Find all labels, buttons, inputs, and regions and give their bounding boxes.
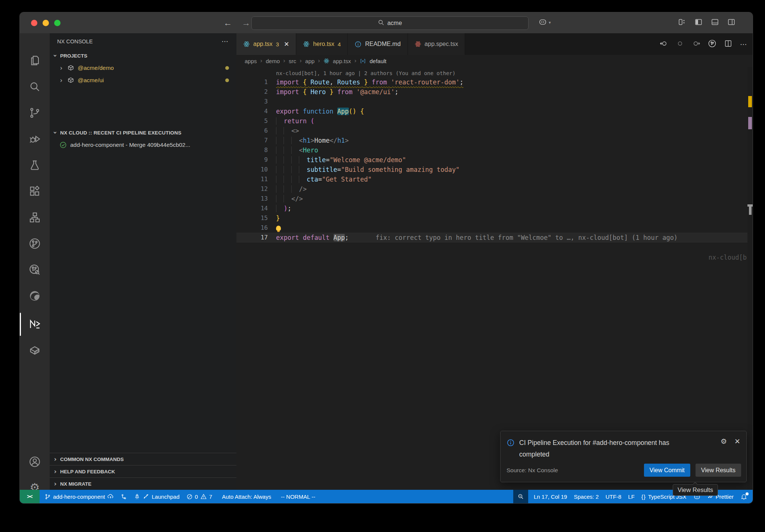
- cursor-position-status-item[interactable]: Ln 17, Col 19: [530, 490, 570, 503]
- code-line[interactable]: 13 </>: [236, 194, 753, 204]
- command-center-search[interactable]: acme: [251, 16, 529, 30]
- next-change-icon[interactable]: [692, 39, 700, 49]
- customize-layout-icon[interactable]: [678, 18, 686, 28]
- code-token: >: [310, 137, 314, 144]
- notification-close-icon[interactable]: ✕: [734, 437, 740, 460]
- split-editor-icon[interactable]: [724, 39, 733, 49]
- code-token: {: [360, 108, 364, 115]
- testing-icon[interactable]: [20, 155, 50, 175]
- run-debug-icon[interactable]: [20, 129, 50, 149]
- git-graph-icon: [121, 494, 127, 500]
- prev-change-icon[interactable]: [660, 39, 668, 49]
- explorer-icon[interactable]: [20, 50, 50, 71]
- code-line[interactable]: 16: [236, 223, 753, 233]
- remote-indicator[interactable]: ><: [20, 490, 40, 503]
- code-token: "Welcome @acme/demo": [329, 156, 406, 164]
- auto-attach-status-item[interactable]: Auto Attach: Always: [219, 490, 275, 503]
- zoom-window-button[interactable]: [54, 20, 61, 26]
- help-and-feedback-section[interactable]: › HELP AND FEEDBACK: [50, 465, 236, 477]
- toggle-primary-sidebar-icon[interactable]: [694, 18, 703, 28]
- chevron-right-icon: ›: [53, 468, 58, 475]
- code-line[interactable]: 8 <Hero: [236, 145, 753, 155]
- sidebar-more-actions-icon[interactable]: ⋯: [222, 37, 229, 46]
- project-item-acme-demo[interactable]: › @acme/demo: [50, 62, 236, 74]
- package-icon: [67, 77, 74, 84]
- eol-status-item[interactable]: LF: [625, 490, 638, 503]
- tab-readme-md[interactable]: README.md: [348, 33, 408, 55]
- common-nx-commands-section[interactable]: › COMMON NX COMMANDS: [50, 453, 236, 465]
- nx-cloud-section-header[interactable]: › NX CLOUD :: RECENT CI PIPELINE EXECUTI…: [50, 127, 236, 139]
- code-line[interactable]: 14 );: [236, 204, 753, 213]
- git-graph-status-item[interactable]: [117, 490, 130, 503]
- codelens-blame[interactable]: nx-cloud[bot], 1 hour ago | 2 authors (Y…: [236, 69, 753, 77]
- code-token: ;: [288, 205, 291, 212]
- overview-ruler[interactable]: [747, 67, 753, 490]
- account-icon[interactable]: [20, 452, 50, 472]
- code-token: >: [345, 137, 349, 144]
- back-button[interactable]: ←: [223, 18, 232, 28]
- code-token: Hero: [310, 88, 326, 96]
- close-window-button[interactable]: [31, 20, 37, 26]
- change-dot-icon[interactable]: [676, 39, 684, 49]
- code-line[interactable]: 10 subtitle="Build something amazing tod…: [236, 165, 753, 174]
- code-line[interactable]: 17export default App;fix: correct typo i…: [236, 233, 753, 242]
- code-line[interactable]: 11 cta="Get Started": [236, 174, 753, 184]
- nx-migrate-section[interactable]: › NX MIGRATE: [50, 477, 236, 490]
- breadcrumb-item[interactable]: demo: [266, 58, 280, 64]
- lightbulb-icon[interactable]: [276, 226, 281, 231]
- extensions-icon[interactable]: [20, 181, 50, 201]
- projects-section-header[interactable]: › PROJECTS: [50, 50, 236, 62]
- tab-app-tsx[interactable]: app.tsx 3 ✕: [236, 33, 296, 55]
- check-circle-icon: [59, 141, 67, 149]
- view-commit-button[interactable]: View Commit: [644, 464, 690, 477]
- search-view-icon[interactable]: [20, 77, 50, 97]
- notifications-bell-item[interactable]: [737, 490, 753, 503]
- breadcrumb-item[interactable]: src: [289, 58, 296, 64]
- tab-hero-tsx[interactable]: hero.tsx 4: [296, 33, 348, 55]
- hierarchy-view-icon[interactable]: [20, 207, 50, 228]
- code-line[interactable]: 15}: [236, 213, 753, 223]
- code-area[interactable]: nx-cloud[bot], 1 hour ago | 2 authors (Y…: [236, 67, 753, 490]
- branch-status-item[interactable]: add-hero-component: [41, 490, 117, 503]
- breadcrumb-item[interactable]: app.tsx: [333, 58, 351, 64]
- vim-mode-status-item[interactable]: -- NORMAL --: [278, 490, 319, 503]
- code-line[interactable]: 6 <>: [236, 126, 753, 136]
- toggle-panel-icon[interactable]: [711, 18, 719, 28]
- code-line[interactable]: 5 return (: [236, 116, 753, 126]
- tab-app-spec-tsx[interactable]: app.spec.tsx: [408, 33, 465, 55]
- code-line[interactable]: 2import { Hero } from '@acme/ui';: [236, 87, 753, 97]
- source-control-graph-icon[interactable]: [708, 39, 716, 49]
- notification-settings-icon[interactable]: ⚙: [721, 437, 727, 460]
- line-number: 13: [236, 194, 276, 204]
- breadcrumb-item[interactable]: default: [369, 58, 386, 64]
- code-line[interactable]: 7 <h1>Home</h1>: [236, 136, 753, 145]
- toggle-secondary-sidebar-icon[interactable]: [727, 18, 735, 28]
- project-item-acme-ui[interactable]: › @acme/ui: [50, 74, 236, 86]
- code-line[interactable]: 12 />: [236, 184, 753, 194]
- breadcrumb-item[interactable]: app: [305, 58, 315, 64]
- code-line[interactable]: 1import { Route, Routes } from 'react-ro…: [236, 77, 753, 87]
- indentation-status-item[interactable]: Spaces: 2: [570, 490, 602, 503]
- pipeline-execution-item[interactable]: add-hero-component - Merge 409b44e5cb02.…: [50, 139, 236, 151]
- commit-graph-icon[interactable]: [20, 233, 50, 254]
- zoom-status-item[interactable]: [513, 490, 528, 503]
- source-control-icon[interactable]: [20, 103, 50, 123]
- code-line[interactable]: 4export function App() {: [236, 106, 753, 116]
- more-actions-icon[interactable]: ⋯: [740, 40, 747, 49]
- breadcrumb-item[interactable]: apps: [245, 58, 257, 64]
- encoding-status-item[interactable]: UTF-8: [602, 490, 625, 503]
- inspect-graph-icon[interactable]: [20, 260, 50, 280]
- launchpad-status-item[interactable]: Launchpad: [130, 490, 183, 503]
- code-line[interactable]: 3: [236, 97, 753, 106]
- container-tools-icon[interactable]: [20, 340, 50, 361]
- minimize-window-button[interactable]: [43, 20, 49, 26]
- close-tab-icon[interactable]: ✕: [284, 40, 289, 48]
- edge-tools-icon[interactable]: [20, 286, 50, 306]
- code-token: [334, 88, 337, 96]
- problems-status-item[interactable]: 0 7: [183, 490, 216, 503]
- code-line[interactable]: 9 title="Welcome @acme/demo": [236, 155, 753, 165]
- copilot-menu-button[interactable]: ▾: [538, 17, 551, 28]
- forward-button[interactable]: →: [242, 18, 250, 28]
- nx-console-icon[interactable]: [20, 314, 50, 334]
- view-results-button[interactable]: View Results: [696, 464, 741, 477]
